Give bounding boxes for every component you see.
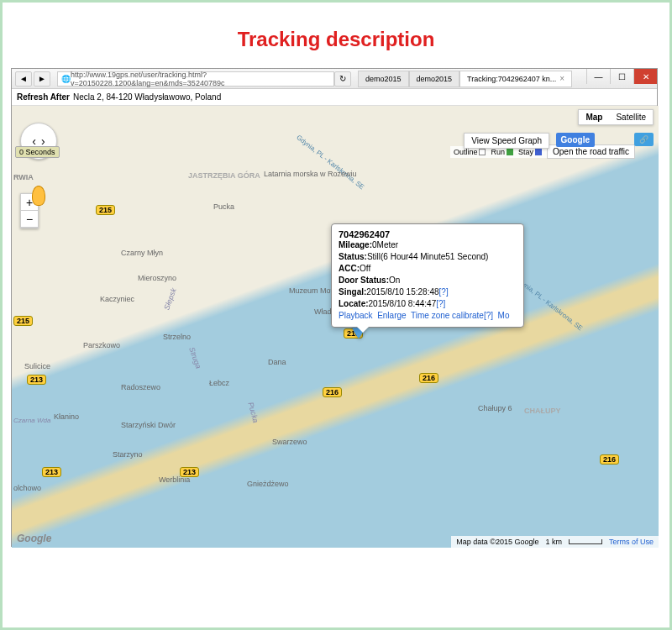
sea-route-label-1: Gdynia, PL - Karlskrona, SE (295, 134, 365, 192)
run-dot-icon (507, 149, 513, 155)
browser-window: ◄ ► 🌐 http://www.19gps.net/user/tracking… (11, 68, 658, 547)
playback-link[interactable]: Playback (339, 311, 373, 320)
road-216-d: 216 (600, 454, 619, 465)
device-id: 7042962407 (339, 229, 517, 239)
page-title: Tracking description (11, 11, 661, 68)
map-canvas[interactable]: 0 Seconds Map Satellite Outline Run Stay… (12, 106, 659, 548)
label-lebcz: Łebcz (209, 379, 229, 387)
road-213-c: 213 (180, 467, 199, 477)
road-215-b: 215 (96, 205, 115, 215)
pegman-icon[interactable] (32, 186, 45, 206)
label-starzyno: Starzyno (113, 450, 143, 459)
refresh-button[interactable]: ↻ (334, 71, 351, 87)
label-olchowo: olchowo (13, 484, 41, 492)
back-button[interactable]: ◄ (15, 71, 32, 87)
enlarge-link[interactable]: Enlarge (377, 311, 406, 320)
browser-chrome: ◄ ► 🌐 http://www.19gps.net/user/tracking… (12, 69, 657, 89)
label-rwia: RWIA (13, 173, 34, 181)
share-button[interactable]: 🔗 (634, 133, 654, 146)
label-struga: Struga (187, 346, 202, 370)
road-216-c: 216 (419, 373, 438, 383)
label-swarzewo: Swarzewo (272, 438, 307, 446)
minimize-button[interactable]: — (586, 69, 610, 84)
label-pucka: Pucka (213, 202, 234, 211)
refresh-seconds: 0 Seconds (15, 146, 60, 158)
url-text: http://www.19gps.net/user/tracking.html?… (71, 71, 330, 87)
road-213-b: 213 (42, 467, 61, 477)
tab-tracking[interactable]: Tracking:7042962407 kn...× (459, 71, 572, 87)
scale-text: 1 km (545, 538, 562, 546)
stay-dot-icon (535, 149, 542, 155)
label-czarny: Czarny Młyn (121, 249, 163, 257)
label-dana: Dana (268, 358, 286, 366)
tab-bar: demo2015 demo2015 Tracking:7042962407 kn… (358, 71, 572, 87)
label-jastrzebia: JASTRZĘBIA GÓRA (188, 171, 260, 180)
label-radoszewo: Radoszewo (121, 383, 160, 391)
tz-help-link[interactable]: [?] (484, 311, 493, 320)
label-chalupy: Chałupy 6 (478, 404, 512, 412)
info-window: 7042962407 Mileage:0Meter Status:Still(6… (331, 223, 524, 328)
ie-icon: 🌐 (61, 75, 71, 83)
label-kaczyniec: Kaczyniec (100, 295, 134, 303)
label-starzynski: Starzyński Dwór (121, 421, 176, 429)
zoom-out-button[interactable]: − (21, 211, 38, 228)
tab-close-icon[interactable]: × (559, 74, 564, 83)
road-213-a: 213 (27, 375, 46, 385)
road-215-a: 215 (13, 316, 33, 326)
timezone-link[interactable]: Time zone calibrate (411, 311, 484, 320)
speed-graph-button[interactable]: View Speed Graph (464, 133, 549, 149)
label-chalupy2: CHAŁUPY (524, 407, 561, 415)
road-216-b: 216 (323, 387, 342, 397)
location-address: Necla 2, 84-120 Władysławowo, Poland (73, 92, 221, 102)
refresh-label: Refresh After (17, 92, 70, 102)
label-slepsk: Słepsk (162, 287, 178, 312)
label-mieroszyno: Mieroszyno (138, 274, 176, 282)
map-type-satellite[interactable]: Satellite (609, 110, 653, 124)
share-icon: 🔗 (639, 135, 648, 144)
locate-help-link[interactable]: [?] (436, 299, 445, 308)
label-gniezdzewo: Gnieżdżewo (247, 480, 289, 488)
maximize-button[interactable]: ☐ (610, 69, 633, 84)
address-bar[interactable]: 🌐 http://www.19gps.net/user/tracking.htm… (57, 71, 334, 87)
signal-help-link[interactable]: [?] (439, 287, 449, 297)
label-parszkowo: Parszkowo (83, 341, 120, 349)
info-bar: Refresh After Necla 2, 84-120 Władysławo… (12, 89, 657, 106)
map-data-label: Map data ©2015 Google (456, 538, 538, 546)
outline-dot-icon (479, 149, 486, 155)
more-link[interactable]: Mo (498, 311, 510, 320)
map-type-control: Map Satellite (578, 109, 654, 125)
tab-demo-2[interactable]: demo2015 (409, 71, 460, 87)
label-czarna: Czarna Wda (13, 417, 50, 424)
label-strzelno: Strzelno (163, 333, 191, 341)
label-sulicice: Sulicice (24, 362, 50, 370)
map-footer: Map data ©2015 Google 1 km Terms of Use (451, 536, 659, 548)
map-type-map[interactable]: Map (579, 110, 609, 124)
close-button[interactable]: ✕ (633, 69, 657, 84)
google-logo: Google (17, 533, 51, 544)
forward-button[interactable]: ► (34, 71, 50, 87)
tab-demo-1[interactable]: demo2015 (358, 71, 409, 87)
label-latarnia: Latarnia morska w Rozewiu (264, 170, 357, 178)
terms-link[interactable]: Terms of Use (609, 538, 654, 546)
scale-bar-icon (569, 539, 602, 544)
label-klanino: Kłanino (54, 412, 79, 421)
google-badge: Google (556, 133, 595, 147)
label-pucka2: Pucka (246, 402, 260, 424)
